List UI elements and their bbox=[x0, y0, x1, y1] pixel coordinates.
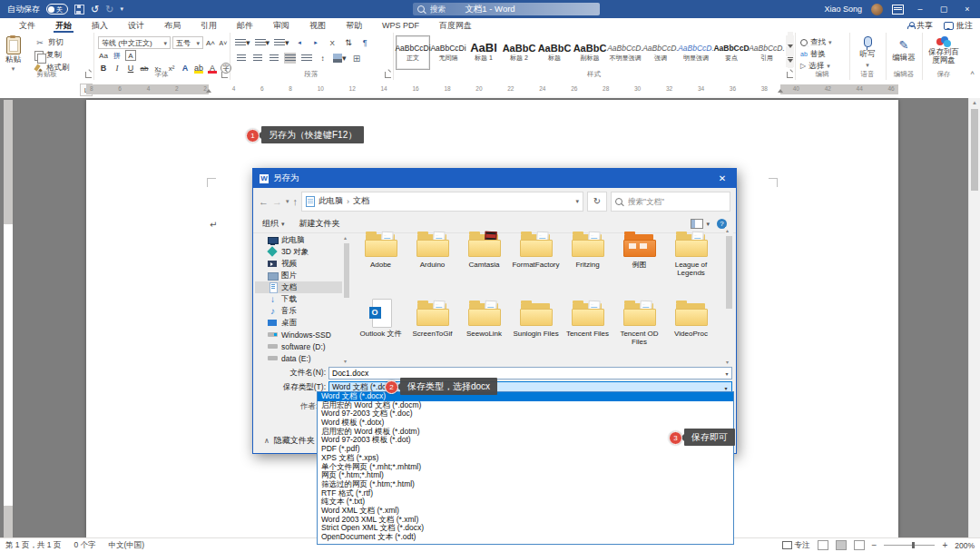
sidebar-item[interactable]: 桌面 bbox=[255, 317, 342, 329]
filename-combo[interactable]: ▾ bbox=[328, 367, 732, 380]
sidebar-item[interactable]: Windows-SSD bbox=[255, 329, 342, 340]
indent-marker-left[interactable] bbox=[206, 86, 211, 93]
folder-item[interactable]: Sunlogin Files bbox=[510, 296, 562, 365]
ribbon-tab[interactable]: 开始 bbox=[45, 18, 82, 33]
folder-item[interactable]: SeewoLink bbox=[458, 296, 510, 365]
scroll-up-icon[interactable]: ▲ bbox=[969, 100, 980, 105]
style-chip[interactable]: AaBbCcDi 无间隔 bbox=[431, 35, 466, 70]
collapse-ribbon-icon[interactable]: ˄ bbox=[970, 69, 975, 77]
style-chip[interactable]: AaBbCcDi 正文 bbox=[396, 35, 430, 70]
gallery-more-icon[interactable] bbox=[786, 57, 794, 67]
folder-item[interactable]: Outlook 文件 bbox=[355, 296, 407, 365]
user-name[interactable]: Xiao Song bbox=[824, 5, 862, 14]
dialog-search-input[interactable] bbox=[626, 196, 726, 207]
folder-item[interactable]: Adobe bbox=[355, 227, 407, 296]
word-count[interactable]: 0 个字 bbox=[74, 540, 95, 551]
justify-icon[interactable] bbox=[284, 53, 296, 64]
ribbon-tab[interactable]: 帮助 bbox=[336, 18, 372, 33]
new-folder-button[interactable]: 新建文件夹 bbox=[299, 218, 340, 230]
paragraph-dialog-launcher-icon[interactable] bbox=[385, 72, 391, 78]
address-bar[interactable]: 此电脑 文档 ▾ bbox=[301, 192, 583, 212]
savetype-option[interactable]: PDF (*.pdf) bbox=[318, 445, 733, 454]
savetype-option[interactable]: 网页 (*.htm;*.html) bbox=[318, 471, 733, 480]
close-button[interactable]: × bbox=[960, 5, 975, 14]
folder-item[interactable]: League of Legends bbox=[665, 227, 717, 296]
savetype-option[interactable]: 启用宏的 Word 文档 (*.docm) bbox=[318, 401, 733, 410]
ribbon-tab[interactable]: 引用 bbox=[191, 18, 227, 33]
show-marks-icon[interactable] bbox=[359, 37, 371, 48]
character-border-icon[interactable] bbox=[125, 50, 136, 61]
align-right-icon[interactable] bbox=[268, 53, 279, 64]
style-chip[interactable]: AaBbC 标题 2 bbox=[502, 35, 536, 70]
savetype-option[interactable]: 筛选过的网页 (*.htm;*.html) bbox=[318, 480, 733, 489]
savetype-option[interactable]: 纯文本 (*.txt) bbox=[318, 498, 733, 507]
phonetic-guide-icon[interactable] bbox=[112, 50, 122, 61]
savetype-option[interactable]: OpenDocument 文本 (*.odt) bbox=[318, 533, 733, 542]
style-chip[interactable]: AaBbCcD 要点 bbox=[714, 35, 749, 70]
filename-input[interactable] bbox=[328, 367, 732, 380]
gallery-down-icon[interactable] bbox=[786, 46, 794, 56]
multilevel-list-icon[interactable]: ▾ bbox=[274, 37, 289, 48]
savetype-option[interactable]: RTF 格式 (*.rtf) bbox=[318, 489, 733, 498]
organize-button[interactable]: 组织 bbox=[262, 218, 285, 230]
zoom-slider-thumb[interactable] bbox=[912, 542, 915, 548]
focus-mode-button[interactable]: 专注 bbox=[782, 540, 810, 551]
horizontal-ruler[interactable]: 8642246810121416182022242628303234363840… bbox=[86, 84, 898, 94]
font-name-combo[interactable]: 等线 (中文正文) bbox=[98, 36, 171, 49]
sidebar-item[interactable]: 3D 对象 bbox=[255, 246, 342, 258]
find-button[interactable]: 查找▾ bbox=[800, 36, 832, 48]
ribbon-display-options-icon[interactable] bbox=[892, 5, 904, 15]
copy-button[interactable]: 复制 bbox=[34, 50, 70, 61]
document-scrollbar[interactable]: ▲ bbox=[968, 98, 980, 537]
folder-item[interactable]: Fritzing bbox=[562, 227, 613, 296]
change-case-icon[interactable] bbox=[98, 50, 109, 61]
ribbon-tab[interactable]: 视图 bbox=[299, 18, 336, 33]
folder-item[interactable]: Tencent Files bbox=[562, 296, 613, 365]
grow-font-icon[interactable] bbox=[205, 37, 216, 48]
align-left-icon[interactable] bbox=[235, 53, 247, 64]
style-chip[interactable]: AaBbC 副标题 bbox=[573, 35, 607, 70]
dictate-dropdown-icon[interactable]: ▾ bbox=[866, 62, 869, 69]
savetype-option[interactable]: Strict Open XML 文档 (*.docx) bbox=[318, 524, 733, 533]
scroll-thumb[interactable] bbox=[971, 109, 978, 191]
sidebar-item[interactable]: data (E:) bbox=[255, 352, 342, 364]
breadcrumb-current[interactable]: 文档 bbox=[353, 195, 369, 207]
ribbon-tab[interactable]: 审阅 bbox=[263, 18, 299, 33]
folder-item[interactable]: FormatFactory bbox=[510, 227, 562, 296]
shading-icon[interactable]: ▾ bbox=[333, 53, 347, 64]
borders-icon[interactable] bbox=[351, 53, 363, 64]
print-layout-button[interactable] bbox=[836, 540, 847, 550]
style-chip[interactable]: AaBbCcD. 明显强调 bbox=[679, 35, 713, 70]
ribbon-tab[interactable]: 布局 bbox=[154, 18, 191, 33]
savetype-option[interactable]: Word 模板 (*.dotx) bbox=[318, 419, 733, 428]
increase-indent-icon[interactable] bbox=[310, 37, 322, 48]
read-mode-button[interactable] bbox=[818, 540, 828, 550]
shrink-font-icon[interactable] bbox=[218, 37, 229, 48]
zoom-in-icon[interactable]: + bbox=[942, 541, 947, 550]
paste-button[interactable]: 粘贴 ▾ bbox=[5, 36, 21, 73]
font-dialog-launcher-icon[interactable] bbox=[221, 72, 228, 78]
asian-layout-icon[interactable] bbox=[327, 37, 338, 48]
dialog-close-icon[interactable]: ✕ bbox=[709, 169, 736, 188]
zoom-level[interactable]: 200% bbox=[955, 541, 975, 550]
forward-icon[interactable]: → bbox=[272, 196, 282, 207]
tell-me-search[interactable] bbox=[413, 3, 600, 15]
style-chip[interactable]: AaBbCcD. 引用 bbox=[750, 35, 784, 70]
sidebar-item[interactable]: 图片 bbox=[255, 270, 342, 281]
vertical-ruler[interactable] bbox=[4, 100, 13, 537]
sidebar-item[interactable]: software (D:) bbox=[255, 340, 342, 352]
align-center-icon[interactable] bbox=[251, 53, 263, 64]
dialog-title-bar[interactable]: W 另存为 ✕ bbox=[253, 169, 736, 188]
dictate-button[interactable]: 听写 ▾ bbox=[849, 36, 886, 69]
style-chip[interactable]: AaBl 标题 1 bbox=[466, 35, 501, 70]
zoom-slider[interactable] bbox=[884, 545, 935, 546]
page-indicator[interactable]: 第 1 页，共 1 页 bbox=[5, 540, 61, 551]
filename-dropdown-icon[interactable]: ▾ bbox=[722, 368, 731, 379]
replace-button[interactable]: ab 替换 bbox=[800, 48, 832, 60]
hide-folders-button[interactable]: 隐藏文件夹 bbox=[264, 435, 315, 447]
savetype-option[interactable]: Word 97-2003 文档 (*.doc) bbox=[318, 409, 733, 419]
ribbon-tab[interactable]: WPS PDF bbox=[372, 18, 429, 33]
bullets-icon[interactable]: ▾ bbox=[235, 37, 250, 48]
decrease-indent-icon[interactable] bbox=[294, 37, 306, 48]
ribbon-tab[interactable]: 文件 bbox=[9, 18, 45, 33]
